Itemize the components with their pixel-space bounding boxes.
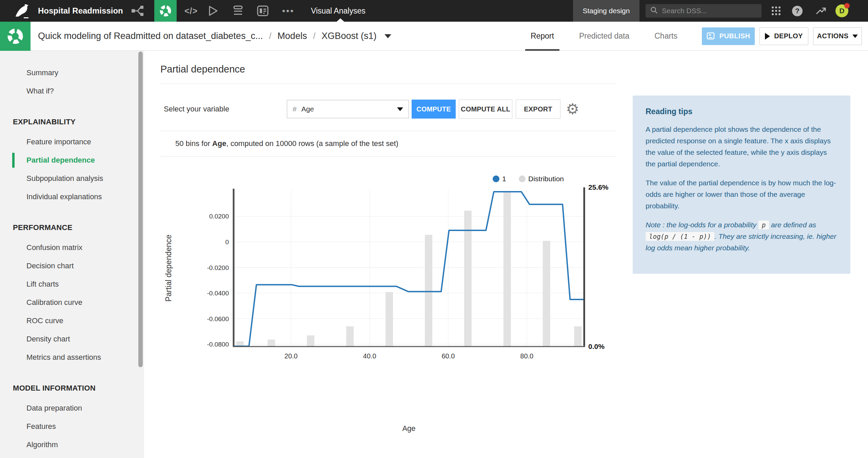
sidebar-item-algorithm[interactable]: Algorithm bbox=[0, 436, 144, 454]
breadcrumb-analysis-title[interactable]: Quick modeling of Readmitted on dataset_… bbox=[38, 31, 263, 41]
dss-app: Hospital Readmission </> bbox=[0, 0, 868, 458]
distribution-bar bbox=[504, 192, 511, 346]
jobs-play-icon[interactable] bbox=[208, 0, 218, 22]
env-staging-design-button[interactable]: Staging design bbox=[573, 0, 639, 22]
model-dropdown-caret-icon[interactable] bbox=[384, 34, 391, 38]
legend-swatch-1[interactable] bbox=[493, 175, 499, 182]
reading-tips-paragraph-1: A partial dependence plot shows the depe… bbox=[646, 124, 837, 170]
tab-charts[interactable]: Charts bbox=[649, 22, 683, 51]
sidebar-item-partial-dependence[interactable]: Partial dependence bbox=[0, 151, 144, 169]
deploy-play-icon bbox=[765, 33, 770, 40]
settings-gear-icon[interactable]: ⚙ bbox=[566, 102, 579, 117]
sidebar-item-subpopulation-analysis[interactable]: Subpopulation analysis bbox=[0, 169, 144, 188]
partial-dependence-chart: 0.02000-0.0200-0.0400-0.0600-0.080020.04… bbox=[151, 159, 632, 440]
actions-button[interactable]: ACTIONS bbox=[813, 27, 862, 45]
legend-swatch-2[interactable] bbox=[519, 175, 526, 182]
sidebar-item-individual-explanations[interactable]: Individual explanations bbox=[0, 188, 144, 206]
y-tick-label: -0.0800 bbox=[207, 341, 229, 348]
export-button[interactable]: EXPORT bbox=[516, 100, 560, 119]
report-tabs: ReportPredicted dataCharts bbox=[525, 22, 697, 51]
distribution-bar bbox=[543, 241, 550, 346]
sidebar-item-what-if-[interactable]: What if? bbox=[0, 82, 144, 100]
select-variable-label: Select your variable bbox=[160, 105, 287, 113]
distribution-bar bbox=[425, 235, 432, 346]
sidebar-item-decision-chart[interactable]: Decision chart bbox=[0, 257, 144, 275]
breadcrumb: Quick modeling of Readmitted on dataset_… bbox=[38, 31, 391, 41]
compute-button[interactable]: COMPUTE bbox=[412, 100, 456, 119]
sidebar-item-features[interactable]: Features bbox=[0, 417, 144, 436]
search-icon bbox=[650, 6, 658, 15]
analysis-avatar-lab-icon[interactable] bbox=[0, 22, 31, 51]
flow-icon[interactable] bbox=[131, 0, 144, 22]
notebook-icon[interactable] bbox=[257, 0, 269, 22]
sidebar-item-confusion-matrix[interactable]: Confusion matrix bbox=[0, 238, 144, 257]
numeric-type-icon: # bbox=[293, 105, 297, 113]
reading-tips-note: Note : the log-odds for a probability p … bbox=[646, 219, 837, 254]
partial-dependence-line bbox=[234, 192, 584, 346]
more-menu-icon[interactable]: ••• bbox=[282, 0, 294, 22]
top-nav: Hospital Readmission </> bbox=[0, 0, 868, 22]
sidebar-item-calibration-curve[interactable]: Calibration curve bbox=[0, 293, 144, 312]
sidebar-item-lift-charts[interactable]: Lift charts bbox=[0, 275, 144, 293]
reading-tips-paragraph-2: The value of the partial dependence is b… bbox=[646, 177, 837, 212]
deploy-button[interactable]: DEPLOY bbox=[760, 27, 808, 45]
publish-button[interactable]: PUBLISH bbox=[702, 27, 755, 45]
y-tick-label: 0.0200 bbox=[209, 213, 229, 220]
datasets-stack-icon[interactable] bbox=[233, 0, 243, 22]
distribution-bar bbox=[307, 335, 314, 346]
code-p: p bbox=[758, 221, 769, 229]
search-input[interactable]: Search DSS... bbox=[646, 4, 762, 18]
tab-report[interactable]: Report bbox=[525, 22, 559, 51]
model-header: Quick modeling of Readmitted on dataset_… bbox=[0, 22, 868, 51]
breadcrumb-model-name[interactable]: XGBoost (s1) bbox=[321, 31, 376, 41]
legend-label-1: 1 bbox=[502, 175, 506, 183]
sidebar-item-data-preparation[interactable]: Data preparation bbox=[0, 399, 144, 417]
legend-label-2: Distribution bbox=[528, 175, 564, 183]
reading-tips-panel: Reading tips A partial dependence plot s… bbox=[633, 96, 850, 274]
x-tick-label: 40.0 bbox=[363, 352, 376, 360]
y-tick-label: 0 bbox=[225, 238, 229, 246]
variable-select-value: Age bbox=[301, 105, 314, 113]
distribution-bar bbox=[268, 339, 275, 346]
code-icon[interactable]: </> bbox=[184, 0, 198, 22]
variable-select[interactable]: # Age bbox=[287, 100, 409, 118]
variable-controls: Select your variable # Age COMPUTE COMPU… bbox=[160, 100, 616, 119]
distribution-bar bbox=[236, 341, 244, 346]
sidebar-section-explainability: EXPLAINABILITY bbox=[0, 111, 144, 133]
user-avatar[interactable]: D bbox=[835, 4, 848, 17]
compute-all-button[interactable]: COMPUTE ALL bbox=[459, 100, 512, 119]
breadcrumb-models[interactable]: Models bbox=[277, 31, 307, 41]
y-tick-label: -0.0200 bbox=[207, 264, 229, 271]
actions-caret-icon bbox=[852, 35, 858, 38]
y-tick-label: -0.0600 bbox=[207, 315, 229, 322]
sidebar-item-feature-importance[interactable]: Feature importance bbox=[0, 133, 144, 151]
page-title: Partial dependence bbox=[160, 51, 616, 84]
main-content: Partial dependence Select your variable … bbox=[144, 51, 868, 458]
help-icon[interactable]: ? bbox=[792, 0, 803, 22]
tab-predicted-data[interactable]: Predicted data bbox=[574, 22, 635, 51]
y-tick-label: -0.0400 bbox=[207, 290, 229, 297]
sidebar-item-roc-curve[interactable]: ROC curve bbox=[0, 312, 144, 330]
distribution-bar bbox=[346, 326, 354, 346]
nav-section-caret bbox=[337, 18, 344, 22]
distribution-bar bbox=[386, 292, 393, 346]
bins-info-text: 50 bins for Age, computed on 10000 rows … bbox=[160, 131, 616, 157]
select-caret-icon bbox=[397, 107, 403, 111]
sidebar-item-metrics-and-assertions[interactable]: Metrics and assertions bbox=[0, 348, 144, 367]
sidebar-item-summary[interactable]: Summary bbox=[0, 64, 144, 82]
dataiku-bird-logo-icon[interactable] bbox=[14, 0, 33, 22]
visual-analyses-lab-icon[interactable] bbox=[154, 0, 177, 22]
y-axis-title: Partial dependence bbox=[164, 234, 173, 301]
sidebar-item-density-chart[interactable]: Density chart bbox=[0, 330, 144, 348]
trending-arrow-icon[interactable] bbox=[815, 0, 827, 22]
code-log-odds: log(p / (1 - p)) bbox=[646, 232, 714, 241]
reading-tips-title: Reading tips bbox=[646, 107, 837, 116]
x-axis-title: Age bbox=[402, 424, 415, 433]
x-tick-label: 20.0 bbox=[284, 352, 298, 360]
sidebar-scrollbar[interactable] bbox=[138, 51, 143, 367]
distribution-bar bbox=[464, 211, 472, 346]
right-axis-min-label: 0.0% bbox=[588, 342, 605, 350]
report-sidebar: SummaryWhat if?EXPLAINABILITYFeature imp… bbox=[0, 51, 144, 458]
apps-grid-icon[interactable] bbox=[770, 0, 782, 22]
project-title[interactable]: Hospital Readmission bbox=[38, 0, 123, 22]
